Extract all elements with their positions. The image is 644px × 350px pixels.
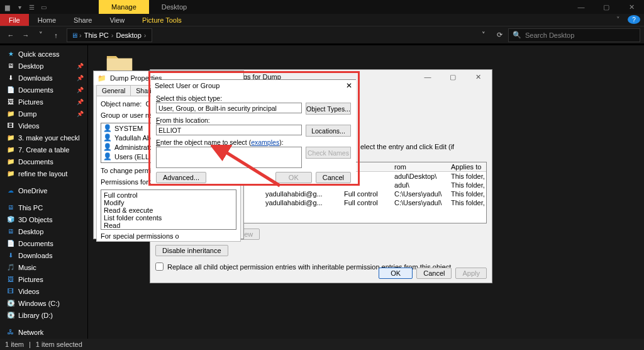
adv-close-button[interactable]: ✕ (468, 73, 488, 81)
title-bar: ▆ ▾ ☰ ▭ Manage Desktop — ▢ ✕ (0, 0, 644, 14)
breadcrumb[interactable]: 🖥 › This PC › Desktop › (67, 28, 152, 42)
permission-item: Read (104, 222, 233, 229)
sidebar-item[interactable]: 🧊3D Objects (0, 213, 87, 225)
permission-item: Write (104, 229, 233, 230)
sidebar-item[interactable]: 🖼Pictures (0, 273, 87, 285)
select-user-dialog: Select User or Group ✕ Select this objec… (151, 79, 356, 184)
object-type-label: Select this object type: (156, 94, 351, 102)
up-button[interactable]: ↑ (49, 28, 63, 42)
replace-checkbox[interactable] (155, 262, 164, 271)
status-bar: 1 item | 1 item selected (0, 339, 644, 350)
navigation-sidebar: ★Quick access 🖥Desktop📌⬇Downloads📌📄Docum… (0, 45, 88, 339)
sidebar-item[interactable]: 📁3. make your checkl (0, 132, 87, 144)
from-location-label: From this location: (156, 116, 351, 124)
breadcrumb-dropdown[interactable]: ˅ (477, 28, 491, 42)
ribbon-tabs: File Home Share View Picture Tools ˅ ? (0, 14, 644, 26)
view-tab[interactable]: View (101, 14, 133, 26)
sidebar-item[interactable]: 📁Dump📌 (0, 108, 87, 120)
sidebar-item[interactable]: 💽Windows (C:) (0, 297, 87, 309)
sidebar-item[interactable]: 📁Documents (0, 155, 87, 167)
quick-access-header[interactable]: ★Quick access (0, 48, 87, 60)
back-button[interactable]: ← (4, 28, 18, 42)
file-tab[interactable]: File (0, 14, 29, 26)
qa-toolbar-icon[interactable]: ▾ (14, 3, 25, 11)
advanced-button[interactable]: Advanced... (156, 172, 206, 183)
permission-item: List folder contents (104, 214, 233, 222)
from-location-field[interactable] (156, 125, 302, 135)
forward-button[interactable]: → (19, 28, 33, 42)
object-name-label: Object name: (101, 100, 142, 108)
sidebar-item[interactable]: 🖥Desktop📌 (0, 60, 87, 72)
help-icon[interactable]: ? (628, 15, 640, 24)
search-placeholder: Search Desktop (525, 31, 574, 39)
special-note: For special permissions o click Advanced… (101, 232, 236, 242)
new-folder-icon[interactable]: ▭ (38, 3, 48, 11)
tab-general[interactable]: General (96, 85, 131, 96)
address-bar: ← → ˅ ↑ 🖥 › This PC › Desktop › ˅ ⟳ 🔍 Se… (0, 26, 644, 44)
refresh-button[interactable]: ⟳ (492, 31, 507, 39)
item-count: 1 item (5, 341, 24, 348)
dialog-close-button[interactable]: ✕ (346, 81, 352, 90)
permission-item: Modify (104, 199, 233, 206)
selection-count: 1 item selected (36, 341, 82, 348)
network-header[interactable]: 🖧Network (0, 326, 87, 338)
check-names-button[interactable]: Check Names (306, 147, 351, 159)
sidebar-item[interactable]: ⬇Downloads (0, 249, 87, 261)
select-user-title: Select User or Group (155, 82, 219, 89)
permission-list: Full controlModifyRead & executeList fol… (101, 189, 236, 230)
permission-item: Full control (104, 191, 233, 199)
adv-ok-button[interactable]: OK (379, 268, 413, 279)
search-box[interactable]: 🔍 Search Desktop (508, 28, 640, 42)
close-button[interactable]: ✕ (619, 0, 644, 14)
sidebar-item[interactable]: 🎞Videos (0, 285, 87, 297)
properties-icon[interactable]: ☰ (26, 3, 36, 11)
recent-button[interactable]: ˅ (34, 28, 48, 42)
adv-maximize-button[interactable]: ▢ (443, 73, 463, 81)
onedrive-header[interactable]: ☁OneDrive (0, 184, 87, 196)
permission-item: Read & execute (104, 206, 233, 214)
sidebar-item[interactable]: 🎵Music (0, 261, 87, 273)
sidebar-item[interactable]: 💽Library (D:) (0, 309, 87, 321)
adv-minimize-button[interactable]: — (418, 73, 438, 81)
folder-icon: ▆ (3, 3, 13, 11)
this-pc-header[interactable]: 🖥This PC (0, 201, 87, 213)
maximize-button[interactable]: ▢ (594, 0, 619, 14)
object-types-button[interactable]: Object Types... (306, 103, 351, 115)
window-title: Desktop (149, 0, 199, 14)
home-tab[interactable]: Home (29, 14, 65, 26)
minimize-button[interactable]: — (569, 0, 594, 14)
manage-tab[interactable]: Manage (99, 0, 149, 14)
sidebar-item[interactable]: 🖼Pictures📌 (0, 96, 87, 108)
disable-inheritance-button[interactable]: Disable inheritance (155, 245, 228, 256)
share-tab[interactable]: Share (65, 14, 101, 26)
picture-tools-tab[interactable]: Picture Tools (133, 14, 191, 26)
breadcrumb-desktop[interactable]: Desktop (114, 31, 142, 39)
select-cancel-button[interactable]: Cancel (316, 172, 351, 183)
select-ok-button[interactable]: OK (275, 172, 312, 183)
sidebar-item[interactable]: 📄Documents📌 (0, 84, 87, 96)
enter-object-name-label: Enter the object name to select (example… (156, 138, 351, 146)
adv-cancel-button[interactable]: Cancel (416, 268, 452, 279)
sidebar-item[interactable]: 🖥Desktop (0, 225, 87, 237)
examples-link[interactable]: examples (251, 138, 279, 146)
object-type-field[interactable] (156, 103, 302, 113)
breadcrumb-pc[interactable]: This PC (83, 31, 110, 39)
sidebar-item[interactable]: 📁7. Create a table (0, 144, 87, 155)
sidebar-item[interactable]: 📁refine the layout (0, 167, 87, 179)
adv-apply-button[interactable]: Apply (455, 268, 487, 279)
search-icon: 🔍 (513, 31, 521, 39)
ribbon-collapse-button[interactable]: ˅ (609, 14, 628, 26)
object-name-input[interactable] (156, 147, 302, 168)
locations-button[interactable]: Locations... (306, 125, 351, 137)
sidebar-item[interactable]: 🎞Videos (0, 120, 87, 132)
folder-icon: 📁 (97, 74, 106, 82)
sidebar-item[interactable]: 📄Documents (0, 237, 87, 249)
sidebar-item[interactable]: ⬇Downloads📌 (0, 72, 87, 84)
